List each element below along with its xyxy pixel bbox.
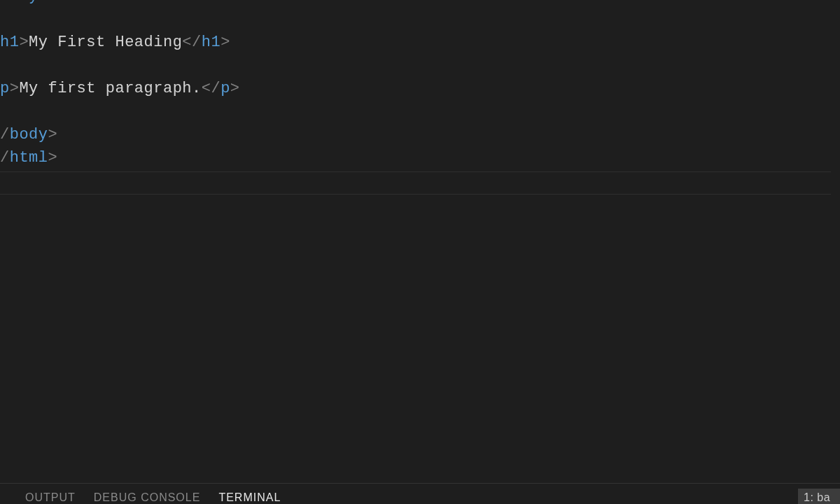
- code-line[interactable]: /body>: [0, 123, 240, 146]
- code-line[interactable]: p>My first paragraph.</p>: [0, 77, 240, 100]
- editor-scrollbar[interactable]: [831, 0, 840, 483]
- code-line[interactable]: h1>My First Heading</h1>: [0, 31, 240, 54]
- code-editor[interactable]: body> h1>My First Heading</h1> p>My firs…: [0, 0, 840, 483]
- terminal-selector[interactable]: 1: ba: [798, 489, 840, 504]
- panel-tabs: OUTPUT DEBUG CONSOLE TERMINAL: [0, 484, 281, 504]
- code-line[interactable]: /html>: [0, 146, 240, 169]
- panel-tab-output[interactable]: OUTPUT: [25, 491, 76, 504]
- code-line[interactable]: [0, 100, 240, 123]
- panel-tab-terminal[interactable]: TERMINAL: [218, 491, 281, 504]
- code-line[interactable]: [0, 8, 240, 31]
- bottom-panel: OUTPUT DEBUG CONSOLE TERMINAL 1: ba: [0, 483, 840, 504]
- code-line[interactable]: [0, 54, 240, 77]
- current-line-highlight: [0, 172, 831, 195]
- panel-tab-debug-console[interactable]: DEBUG CONSOLE: [94, 491, 201, 504]
- code-line[interactable]: body>: [0, 0, 240, 8]
